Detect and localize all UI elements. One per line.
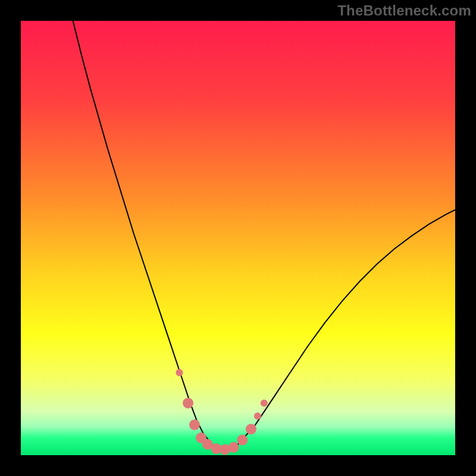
marker-point: [183, 397, 193, 408]
bottleneck-chart: [0, 0, 476, 476]
marker-point: [254, 412, 261, 419]
marker-point: [246, 424, 256, 434]
marker-point: [228, 442, 239, 453]
marker-point: [237, 434, 248, 445]
marker-point: [261, 399, 268, 406]
marker-point: [189, 419, 200, 430]
marker-point: [176, 369, 183, 376]
plot-background: [21, 21, 455, 455]
chart-frame: TheBottleneck.com: [0, 0, 476, 476]
